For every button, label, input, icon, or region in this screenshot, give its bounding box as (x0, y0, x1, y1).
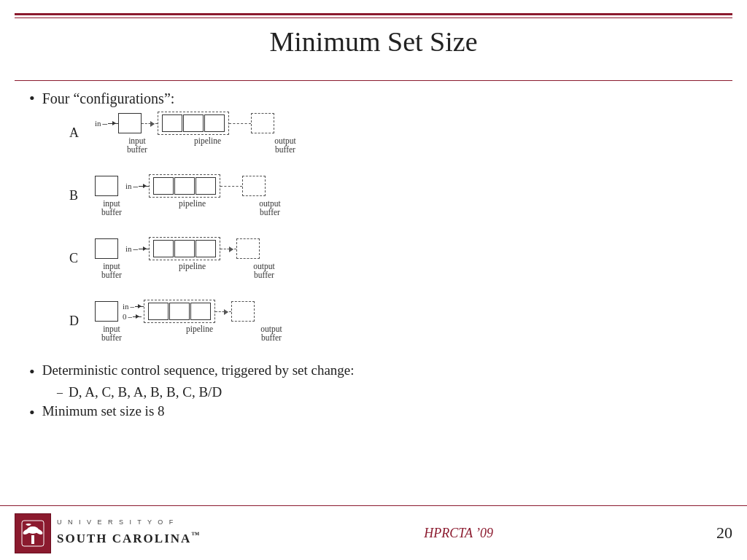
svg-rect-1 (31, 535, 34, 544)
footer-conference: HPRCTA ’09 (201, 526, 716, 541)
output-cap-a: output buffer (267, 136, 303, 154)
in-label-a: in (95, 119, 101, 128)
config-row-c: C in – (69, 237, 718, 279)
school-name: SOUTH CAROLINA™ (57, 528, 201, 551)
title-border (15, 80, 732, 81)
bullet-text-1: Four “configurations”: (42, 90, 175, 107)
input-cap-c: input buffer (95, 262, 128, 279)
config-label-a: A (69, 125, 91, 141)
output-cap-b: output buffer (252, 199, 288, 217)
pipeline-cap-c: pipeline (155, 262, 230, 271)
pipeline-c (149, 237, 220, 260)
output-box-c (236, 238, 260, 259)
in-label-b: in (125, 182, 132, 190)
input-box-b (95, 176, 118, 196)
pipeline-cap-d: pipeline (162, 324, 237, 333)
sub-bullet-text: D, A, C, B, A, B, B, C, B/D (69, 384, 222, 400)
university-line: U N I V E R S I T Y O F (57, 516, 201, 528)
bullet-dot-1: • (29, 89, 35, 108)
input-box-a (118, 113, 142, 133)
bullet-text-3: Minimum set size is 8 (42, 403, 165, 419)
output-box-b (242, 176, 266, 196)
logo-text: U N I V E R S I T Y O F SOUTH CAROLINA™ (57, 516, 201, 551)
output-box-d (231, 301, 255, 322)
zero-label-d: 0 (123, 312, 127, 321)
pipeline-cap-b: pipeline (155, 199, 230, 208)
bullet-dot-3: • (29, 403, 35, 422)
input-cap-d: input buffer (95, 324, 128, 342)
input-cap-b: input buffer (95, 199, 128, 217)
sub-bullet-dash: – (57, 386, 63, 399)
output-cap-d: output buffer (253, 324, 290, 342)
config-label-c: C (69, 251, 91, 266)
pipeline-a (158, 112, 229, 135)
footer: U N I V E R S I T Y O F SOUTH CAROLINA™ … (0, 505, 747, 560)
in-label-d: in (123, 302, 129, 311)
footer-logo: U N I V E R S I T Y O F SOUTH CAROLINA™ (15, 513, 201, 553)
pipeline-d (144, 300, 215, 323)
top-border-thin (15, 18, 732, 18)
input-cap-a: input buffer (120, 136, 154, 154)
sub-bullet: – D, A, C, B, A, B, B, C, B/D (57, 384, 718, 400)
slide-title: Minimum Set Size (0, 26, 747, 58)
in-label-c: in (125, 244, 132, 253)
pipeline-b (149, 174, 220, 198)
output-cap-c: output buffer (246, 262, 282, 279)
bullet-dot-2: • (29, 362, 35, 381)
pipeline-cap-a: pipeline (170, 136, 245, 145)
footer-page-number: 20 (716, 524, 732, 542)
config-label-b: B (69, 188, 91, 203)
config-row-d: D in – 0 – (69, 300, 718, 342)
output-box-a (251, 113, 274, 133)
south-carolina-text: SOUTH CAROLINA (57, 532, 191, 545)
input-box-c (95, 238, 118, 259)
top-border-thick (15, 13, 732, 15)
logo-emblem (15, 513, 51, 553)
config-row-a: A in – (69, 112, 718, 154)
config-label-d: D (69, 314, 91, 329)
config-row-b: B in – (69, 174, 718, 217)
input-box-d (95, 301, 118, 322)
bullet-text-2: Deterministic control sequence, triggere… (42, 362, 355, 378)
